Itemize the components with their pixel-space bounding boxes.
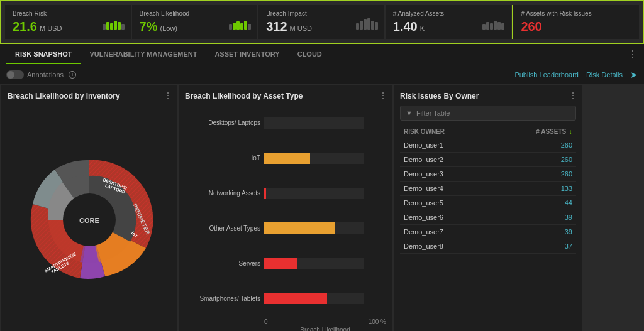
table-rows: Demo_user1260Demo_user2260Demo_user3260D…: [400, 138, 576, 254]
table-panel-title: Risk Issues By Owner: [400, 92, 576, 100]
bar-chart-wrap: Desktops/ Laptops0%IoT46%Networking Asse…: [185, 106, 386, 331]
bar-label: Servers: [185, 260, 260, 267]
breach-likelihood-asset-panel: Breach Likelihood by Asset Type ⋮ Deskto…: [179, 85, 392, 331]
donut-panel-menu[interactable]: ⋮: [164, 90, 172, 100]
bar-row: Desktops/ Laptops0%: [185, 117, 364, 129]
bar-panel-title: Breach Likelihood by Asset Type: [185, 92, 386, 100]
svg-text:CORE: CORE: [79, 217, 99, 224]
table-row: Demo_user544: [400, 196, 576, 210]
kpi-bar: Breach Risk 21.6 M USD Breach Likelihood…: [0, 0, 644, 44]
bar-label: Other Asset Types: [185, 225, 260, 232]
info-icon: i: [69, 71, 76, 79]
tab-cloud[interactable]: CLOUD: [289, 45, 331, 64]
bar-label: Smartphones/ Tablets: [185, 295, 260, 302]
risk-details-link[interactable]: Risk Details: [586, 71, 623, 79]
bar-row: Networking Assets2%: [185, 188, 364, 199]
kpi-card-breach-risk: Breach Risk 21.6 M USD: [5, 5, 131, 39]
row-owner: Demo_user5: [404, 199, 443, 207]
annotations-toggle[interactable]: [6, 70, 24, 79]
col-owner-header: RISK OWNER: [404, 128, 445, 135]
bar-label: IoT: [185, 155, 260, 161]
tab-vulnerability-management[interactable]: VULNERABILITY MANAGEMENT: [80, 45, 206, 64]
row-count: 260: [561, 141, 572, 149]
main-content: Breach Likelihood by Inventory ⋮: [0, 84, 644, 331]
row-owner: Demo_user8: [404, 242, 443, 250]
bar-fill: [264, 222, 335, 234]
row-count: 39: [565, 228, 572, 236]
sub-toolbar: Annotations i Publish Leaderboard Risk D…: [0, 65, 644, 84]
row-owner: Demo_user3: [404, 170, 443, 178]
bar-label: Desktops/ Laptops: [185, 119, 260, 126]
donut-chart: CORE PERIMETER DESKTOPS/ LAPTOPS IoT SMA…: [17, 148, 162, 292]
annotations-label: Annotations: [27, 71, 64, 79]
row-count: 39: [565, 214, 572, 221]
bar-fill: [264, 188, 266, 199]
row-owner: Demo_user4: [404, 185, 443, 192]
risk-issues-owner-panel: Risk Issues By Owner ⋮ ▼ Filter Table RI…: [394, 85, 582, 331]
filter-icon: ▼: [406, 109, 413, 117]
kpi-value-breach-likelihood: 7%: [140, 19, 158, 34]
kpi-card-breach-impact: Breach Impact 312 M USD: [258, 5, 384, 39]
filter-box[interactable]: ▼ Filter Table: [400, 106, 576, 121]
row-owner: Demo_user6: [404, 214, 443, 221]
table-row: Demo_user3260: [400, 167, 576, 182]
table-row: Demo_user739: [400, 225, 576, 239]
kpi-value-breach-impact: 312: [266, 19, 287, 34]
row-count: 260: [561, 170, 572, 178]
bar-track: [264, 293, 364, 304]
table-row: Demo_user837: [400, 239, 576, 254]
send-icon[interactable]: ➤: [630, 70, 638, 80]
table-header: RISK OWNER # ASSETS ↓: [400, 126, 576, 138]
kpi-value-breach-risk: 21.6: [13, 19, 37, 34]
table-row: Demo_user4133: [400, 182, 576, 196]
kpi-spark-breach-risk: [103, 14, 125, 30]
kpi-spark-analyzed-assets: [482, 14, 504, 30]
bar-fill: [264, 153, 310, 164]
bar-track: [264, 188, 364, 199]
bar-label: Networking Assets: [185, 190, 260, 197]
col-assets-header: # ASSETS ↓: [536, 128, 572, 135]
bar-row: IoT46%: [185, 153, 364, 164]
bar-fill: [264, 258, 297, 269]
nav-bar: RISK SNAPSHOT VULNERABILITY MANAGEMENT A…: [0, 44, 644, 65]
donut-chart-container: CORE PERIMETER DESKTOPS/ LAPTOPS IoT SMA…: [8, 106, 171, 331]
bar-track: [264, 153, 364, 164]
sort-arrow[interactable]: ↓: [569, 128, 572, 135]
row-owner: Demo_user1: [404, 141, 443, 149]
row-owner: Demo_user2: [404, 156, 443, 163]
sub-toolbar-right: Publish Leaderboard Risk Details ➤: [514, 70, 638, 80]
kpi-label-risk-issues: # Assets with Risk Issues: [521, 10, 631, 17]
kpi-unit-breach-impact: M USD: [290, 24, 312, 32]
tab-risk-snapshot[interactable]: RISK SNAPSHOT: [6, 45, 80, 64]
bar-xlabel: Breach Likelihood: [185, 327, 386, 331]
table-row: Demo_user2260: [400, 153, 576, 167]
kpi-spark-breach-likelihood: [229, 14, 251, 30]
bar-panel-menu[interactable]: ⋮: [379, 90, 387, 100]
kpi-card-risk-issues: # Assets with Risk Issues 260: [512, 5, 639, 39]
kpi-unit-analyzed-assets: K: [420, 24, 425, 32]
bar-row: Smartphones/ Tablets63%: [185, 293, 364, 304]
row-count: 133: [561, 185, 572, 192]
kpi-sub-breach-likelihood: (Low): [160, 24, 178, 32]
annotations-toggle-wrap: Annotations i: [6, 70, 76, 79]
table-row: Demo_user639: [400, 210, 576, 225]
bar-fill: [264, 293, 327, 304]
bar-track: [264, 258, 364, 269]
nav-overflow-menu[interactable]: ⋮: [628, 48, 638, 60]
row-count: 260: [561, 156, 572, 163]
bar-track: [264, 117, 364, 129]
kpi-card-breach-likelihood: Breach Likelihood 7% (Low): [132, 5, 258, 39]
row-count: 44: [565, 199, 572, 207]
publish-leaderboard-link[interactable]: Publish Leaderboard: [514, 71, 579, 79]
kpi-spark-breach-impact: [356, 14, 378, 30]
tab-asset-inventory[interactable]: ASSET INVENTORY: [206, 45, 288, 64]
table-row: Demo_user1260: [400, 138, 576, 153]
table-panel-menu[interactable]: ⋮: [569, 90, 577, 100]
bar-axis: 0100 %: [185, 318, 386, 325]
breach-likelihood-inventory-panel: Breach Likelihood by Inventory ⋮: [1, 85, 177, 331]
bar-row: Servers33%: [185, 258, 364, 269]
kpi-card-analyzed-assets: # Analyzed Assets 1.40 K: [386, 5, 511, 39]
bar-track: [264, 222, 364, 234]
row-count: 37: [565, 242, 572, 250]
row-owner: Demo_user7: [404, 228, 443, 236]
